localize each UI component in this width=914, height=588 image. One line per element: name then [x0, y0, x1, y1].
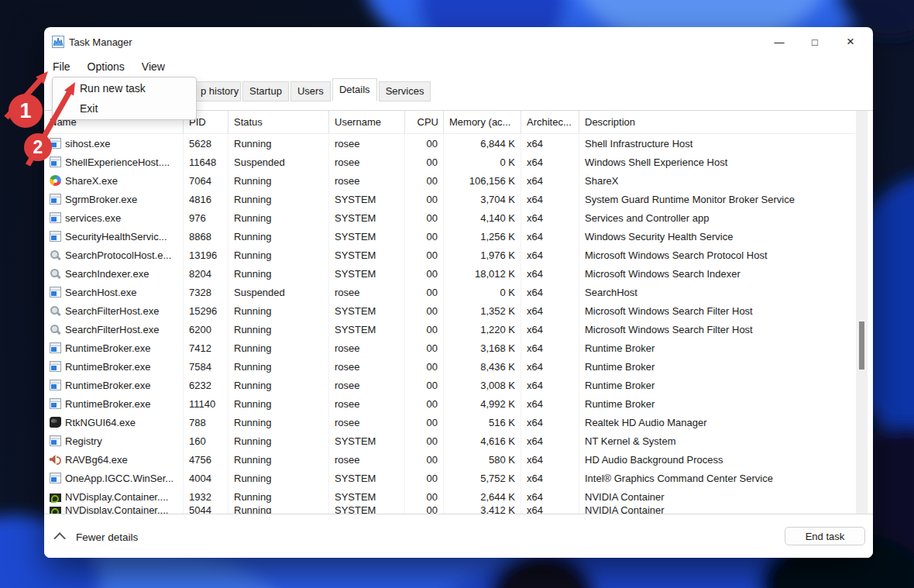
process-memory: 3,008 K [444, 376, 521, 394]
process-architecture: x64 [521, 450, 579, 469]
window-controls: — □ × [761, 29, 868, 55]
process-pid: 7328 [184, 283, 228, 301]
table-row[interactable]: SearchProtocolHost.e... 13196 Running SY… [44, 246, 855, 264]
table-row[interactable]: RtkNGUI64.exe 788 Running rosee 00 516 K… [44, 413, 855, 432]
column-header-username[interactable]: Username [329, 111, 405, 133]
process-name: RtkNGUI64.exe [65, 417, 136, 428]
process-cpu: 00 [405, 227, 444, 246]
process-memory: 1,220 K [444, 320, 521, 339]
process-status: Running [228, 376, 329, 394]
process-name-cell: SearchHost.exe [44, 283, 184, 301]
process-status: Running [228, 339, 329, 357]
menu-item-run-new-task[interactable]: Run new task [53, 78, 196, 98]
process-username: SYSTEM [329, 246, 405, 264]
process-memory: 1,352 K [444, 301, 521, 320]
process-memory: 8,436 K [444, 357, 521, 376]
process-name: RuntimeBroker.exe [65, 361, 151, 373]
search-icon [50, 249, 61, 260]
table-row[interactable]: RuntimeBroker.exe 11140 Running rosee 00… [44, 394, 855, 413]
menu-options[interactable]: Options [79, 58, 133, 75]
process-username: SYSTEM [329, 190, 405, 208]
column-header-memory[interactable]: Memory (ac... [444, 111, 521, 133]
tab-app-history[interactable]: p history [194, 81, 241, 101]
process-cpu: 00 [405, 171, 444, 190]
minimize-button[interactable]: — [761, 29, 797, 55]
menu-view[interactable]: View [133, 58, 174, 75]
process-architecture: x64 [521, 264, 579, 283]
table-row[interactable]: sihost.exe 5628 Running rosee 00 6,844 K… [44, 134, 855, 153]
process-username: SYSTEM [329, 208, 405, 227]
table-row[interactable]: RAVBg64.exe 4756 Running rosee 00 580 K … [44, 450, 855, 469]
process-cpu: 00 [405, 190, 444, 208]
footer-bar: Fewer details End task [44, 514, 873, 558]
table-row[interactable]: SearchFilterHost.exe 15296 Running SYSTE… [44, 301, 855, 320]
table-row[interactable]: OneApp.IGCC.WinSer... 4004 Running SYSTE… [44, 469, 855, 487]
table-row[interactable]: SearchIndexer.exe 8204 Running SYSTEM 00… [44, 264, 855, 283]
process-username: SYSTEM [329, 487, 405, 506]
process-username: rosee [329, 394, 405, 413]
process-description: Runtime Broker [579, 339, 855, 357]
column-header-cpu[interactable]: CPU [405, 111, 444, 133]
process-architecture: x64 [521, 190, 579, 208]
process-architecture: x64 [521, 171, 579, 190]
column-header-status[interactable]: Status [228, 111, 329, 133]
process-description: NT Kernel & System [579, 432, 855, 450]
process-pid: 6232 [184, 376, 228, 394]
tab-services[interactable]: Services [379, 81, 431, 101]
table-row[interactable]: Registry 160 Running SYSTEM 00 4,616 K x… [44, 432, 855, 450]
column-header-description[interactable]: Description [579, 111, 855, 133]
table-row[interactable]: RuntimeBroker.exe 7584 Running rosee 00 … [44, 357, 855, 376]
process-cpu: 00 [405, 469, 444, 487]
table-row[interactable]: SearchHost.exe 7328 Suspended rosee 00 0… [44, 283, 855, 301]
process-status: Running [228, 134, 329, 153]
column-header-architecture[interactable]: Architec... [521, 111, 579, 133]
process-username: SYSTEM [329, 432, 405, 450]
process-cpu: 00 [405, 246, 444, 264]
fewer-details-toggle[interactable]: Fewer details [57, 527, 138, 547]
menu-file[interactable]: File [44, 58, 79, 75]
table-row[interactable]: RuntimeBroker.exe 7412 Running rosee 00 … [44, 339, 855, 357]
process-status: Suspended [228, 153, 329, 171]
tab-startup[interactable]: Startup [242, 81, 289, 101]
process-pid: 788 [184, 413, 228, 432]
tab-users[interactable]: Users [290, 81, 331, 101]
process-cpu: 00 [405, 487, 444, 506]
process-table-body: sihost.exe 5628 Running rosee 00 6,844 K… [44, 134, 855, 514]
process-description: Shell Infrastructure Host [579, 134, 855, 153]
task-manager-window: Task Manager — □ × File Options View p h… [44, 27, 873, 558]
table-row[interactable]: ShellExperienceHost.... 11648 Suspended … [44, 153, 855, 171]
vertical-scrollbar-thumb[interactable] [859, 322, 864, 370]
process-description: Runtime Broker [579, 357, 855, 376]
table-row[interactable]: NVDisplay.Container.... 1932 Running SYS… [44, 487, 855, 506]
window-icon [50, 212, 61, 223]
process-description: Intel® Graphics Command Center Service [579, 469, 855, 487]
search-icon [50, 305, 61, 316]
table-row[interactable]: SearchFilterHost.exe 6200 Running SYSTEM… [44, 320, 855, 339]
process-status: Running [228, 357, 329, 376]
process-name-cell: Registry [44, 432, 184, 450]
process-cpu: 00 [405, 432, 444, 450]
maximize-button[interactable]: □ [797, 29, 833, 55]
tab-details[interactable]: Details [332, 78, 377, 101]
process-status: Running [228, 394, 329, 413]
fewer-details-label: Fewer details [76, 531, 138, 543]
process-memory: 2,644 K [444, 487, 521, 506]
process-pid: 6200 [184, 320, 228, 339]
process-name: SearchIndexer.exe [65, 268, 149, 280]
title-bar: Task Manager — □ × [44, 27, 873, 57]
table-row[interactable]: ShareX.exe 7064 Running rosee 00 106,156… [44, 171, 855, 190]
process-memory: 3,704 K [444, 190, 521, 208]
vertical-scrollbar-track[interactable] [856, 111, 868, 514]
process-pid: 4756 [184, 450, 228, 469]
table-row[interactable]: SecurityHealthServic... 8868 Running SYS… [44, 227, 855, 246]
table-row[interactable]: SgrmBroker.exe 4816 Running SYSTEM 00 3,… [44, 190, 855, 208]
process-description: Microsoft Windows Search Filter Host [579, 301, 855, 320]
table-row[interactable]: services.exe 976 Running SYSTEM 00 4,140… [44, 208, 855, 227]
menu-item-exit[interactable]: Exit [53, 98, 196, 119]
process-status: Running [228, 432, 329, 450]
end-task-button[interactable]: End task [785, 527, 865, 545]
close-button[interactable]: × [833, 29, 868, 55]
process-memory: 6,844 K [444, 134, 521, 153]
table-row[interactable]: RuntimeBroker.exe 6232 Running rosee 00 … [44, 376, 855, 394]
process-name: NVDisplay.Container.... [65, 491, 168, 503]
